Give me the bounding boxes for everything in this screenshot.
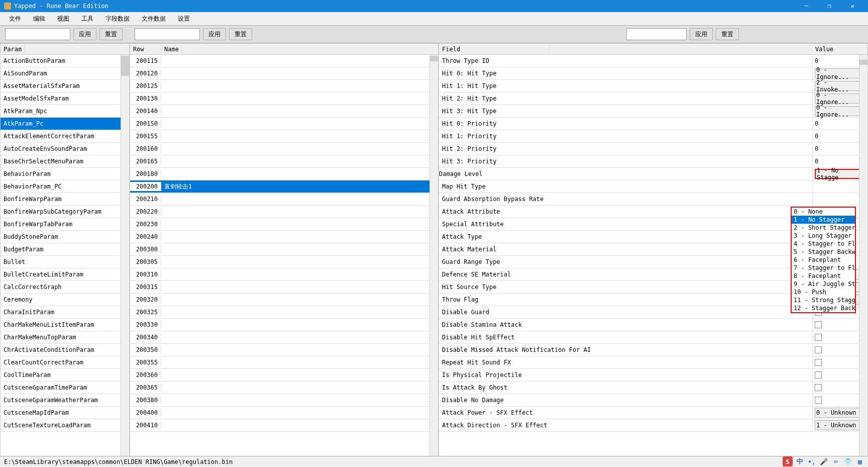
- field-row[interactable]: Disable No Damage: [439, 394, 867, 407]
- field-dropdown[interactable]: 0 - Ignore...⌄: [815, 94, 865, 104]
- field-row[interactable]: Hit 0: Priority0: [439, 118, 867, 130]
- dropdown-option[interactable]: 9 - Air Juggle Stag: [792, 280, 855, 288]
- dropdown-option[interactable]: 11 - Strong Stagger: [792, 296, 855, 304]
- dropdown-option[interactable]: 4 - Stagger to Floor: [792, 240, 855, 248]
- menu-filedata[interactable]: 文件数据: [136, 13, 172, 25]
- menu-view[interactable]: 视图: [51, 13, 75, 25]
- field-row[interactable]: Attack Power - SFX Effect0 - Unknown⌄: [439, 407, 867, 419]
- field-row[interactable]: Map Hit Type: [439, 180, 867, 193]
- param-row[interactable]: CalcCorrectGraph: [1, 281, 129, 294]
- dropdown-option[interactable]: 1 - No Stagger: [792, 216, 855, 224]
- sogou-ime-icon[interactable]: S: [783, 456, 793, 466]
- row-grid[interactable]: Row Name 2001152001202001252001302001402…: [130, 43, 439, 461]
- param-row[interactable]: AssetModelSfxParam: [1, 92, 129, 105]
- field-checkbox[interactable]: [815, 397, 822, 404]
- param-row[interactable]: BehaviorParam_PC: [1, 180, 129, 193]
- param-row[interactable]: BonfireWarpSubCategoryParam: [1, 206, 129, 218]
- dropdown-option[interactable]: 12 - Stagger Backwa: [792, 304, 855, 312]
- row-row[interactable]: 200200直剑轻击1: [130, 180, 438, 193]
- menu-settings[interactable]: 设置: [172, 13, 196, 25]
- field-reset-button[interactable]: 重置: [716, 28, 739, 40]
- maximize-button[interactable]: ❐: [818, 0, 841, 12]
- param-grid[interactable]: Param ActionButtonParamAiSoundParamAsset…: [0, 43, 130, 461]
- field-row[interactable]: Throw Type ID0: [439, 55, 867, 67]
- field-checkbox[interactable]: [815, 384, 822, 391]
- param-row[interactable]: BonfireWarpParam: [1, 193, 129, 206]
- field-row[interactable]: Attack Direction - SFX Effect1 - Unknown…: [439, 419, 867, 432]
- row-row[interactable]: 200240: [130, 231, 438, 243]
- ime-tool-icon[interactable]: ▦: [855, 456, 865, 466]
- row-reset-button[interactable]: 重置: [229, 28, 252, 40]
- row-row[interactable]: 200155: [130, 130, 438, 143]
- param-row[interactable]: CutSceneTextureLoadParam: [1, 419, 129, 432]
- row-row[interactable]: 200400: [130, 407, 438, 419]
- param-row[interactable]: AutoCreateEnvSoundParam: [1, 143, 129, 155]
- row-row[interactable]: 200220: [130, 206, 438, 218]
- row-row[interactable]: 200410: [130, 419, 438, 432]
- param-filter-input[interactable]: [5, 28, 70, 40]
- ime-keyboard-icon[interactable]: ⌨: [831, 456, 841, 466]
- param-row[interactable]: BehaviorParam: [1, 168, 129, 180]
- row-row[interactable]: 200300: [130, 243, 438, 256]
- field-dropdown[interactable]: 1 - No Stagge⌄: [815, 169, 865, 179]
- field-row[interactable]: Disable Stamina Attack: [439, 319, 867, 331]
- field-filter-input[interactable]: [626, 28, 687, 40]
- param-row[interactable]: CutsceneGparamWeatherParam: [1, 394, 129, 407]
- param-reset-button[interactable]: 重置: [99, 28, 123, 40]
- dropdown-option[interactable]: 10 - Push: [792, 288, 855, 296]
- field-row[interactable]: Hit 3: Hit Type0 - Ignore...⌄: [439, 105, 867, 118]
- param-row[interactable]: AttackElementCorrectParam: [1, 130, 129, 143]
- row-scrollbar[interactable]: [429, 55, 438, 461]
- row-row[interactable]: 200355: [130, 356, 438, 369]
- param-row[interactable]: AtkParam_Pc: [1, 118, 129, 130]
- field-scrollbar[interactable]: [859, 55, 867, 461]
- row-row[interactable]: 200305: [130, 256, 438, 268]
- menu-file[interactable]: 文件: [3, 13, 27, 25]
- field-checkbox[interactable]: [815, 346, 822, 353]
- row-apply-button[interactable]: 应用: [203, 28, 226, 40]
- field-row[interactable]: Hit 0: Hit Type0 - Ignore...⌄: [439, 67, 867, 80]
- field-row[interactable]: Disable Missed Attack Notification For A…: [439, 344, 867, 356]
- dropdown-option[interactable]: 0 - None: [792, 208, 855, 216]
- row-row[interactable]: 200350: [130, 344, 438, 356]
- param-row[interactable]: Ceremony: [1, 294, 129, 306]
- field-row[interactable]: Repeat Hit Sound FX: [439, 356, 867, 369]
- param-row[interactable]: BulletCreateLimitParam: [1, 268, 129, 281]
- param-apply-button[interactable]: 应用: [73, 28, 96, 40]
- param-row[interactable]: CharaInitParam: [1, 306, 129, 319]
- field-checkbox[interactable]: [815, 371, 822, 379]
- row-row[interactable]: 200340: [130, 331, 438, 344]
- field-grid[interactable]: Field Value Throw Type ID0Hit 0: Hit Typ…: [439, 43, 868, 461]
- menu-tools[interactable]: 工具: [75, 13, 99, 25]
- field-row[interactable]: Is Attack By Ghost: [439, 382, 867, 394]
- row-row[interactable]: 200130: [130, 92, 438, 105]
- menu-fielddata[interactable]: 字段数据: [99, 13, 136, 25]
- param-row[interactable]: CutsceneGparamTimeParam: [1, 382, 129, 394]
- param-row[interactable]: CoolTimeParam: [1, 369, 129, 382]
- field-dropdown[interactable]: 2 - Invoke...⌄: [815, 81, 865, 91]
- row-row[interactable]: 200230: [130, 218, 438, 231]
- menu-edit[interactable]: 编辑: [27, 13, 51, 25]
- row-row[interactable]: 200325: [130, 306, 438, 319]
- row-row[interactable]: 200360: [130, 369, 438, 382]
- param-row[interactable]: AtkParam_Npc: [1, 105, 129, 118]
- field-row[interactable]: Hit 3: Priority0: [439, 155, 867, 168]
- row-row[interactable]: 200120: [130, 67, 438, 80]
- field-checkbox[interactable]: [815, 321, 822, 328]
- row-row[interactable]: 200140: [130, 105, 438, 118]
- param-row[interactable]: AiSoundParam: [1, 67, 129, 80]
- row-filter-input[interactable]: [135, 28, 200, 40]
- field-dropdown[interactable]: 0 - Unknown⌄: [815, 408, 865, 418]
- field-row[interactable]: Damage Level1 - No Stagge⌄: [439, 168, 867, 180]
- row-row[interactable]: 200160: [130, 143, 438, 155]
- field-row[interactable]: Disable Hit SpEffect: [439, 331, 867, 344]
- field-dropdown[interactable]: 0 - Ignore...⌄: [815, 68, 865, 78]
- field-row[interactable]: Is Physical Projectile: [439, 369, 867, 382]
- damage-level-dropdown-popup[interactable]: 0 - None1 - No Stagger2 - Short Stagger3…: [791, 207, 856, 313]
- row-row[interactable]: 200115: [130, 55, 438, 67]
- param-row[interactable]: BudgetParam: [1, 243, 129, 256]
- field-dropdown[interactable]: 1 - Unknown⌄: [815, 420, 865, 430]
- dropdown-option[interactable]: 7 - Stagger to Floor: [792, 264, 855, 272]
- param-row[interactable]: Bullet: [1, 256, 129, 268]
- param-row[interactable]: ActionButtonParam: [1, 55, 129, 67]
